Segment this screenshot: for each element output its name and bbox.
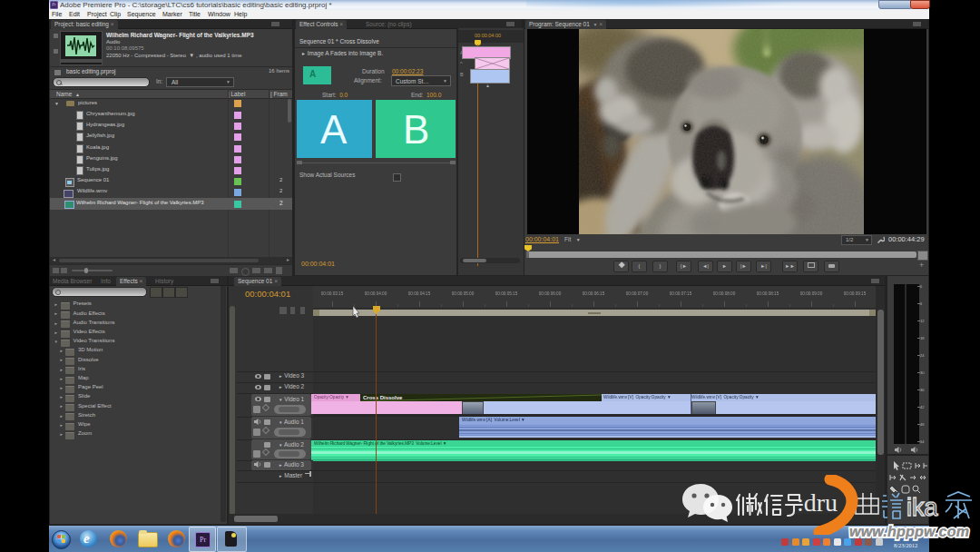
svg-text:www.hpppw.com: www.hpppw.com (849, 524, 969, 539)
svg-text:ika: ika (906, 494, 938, 521)
